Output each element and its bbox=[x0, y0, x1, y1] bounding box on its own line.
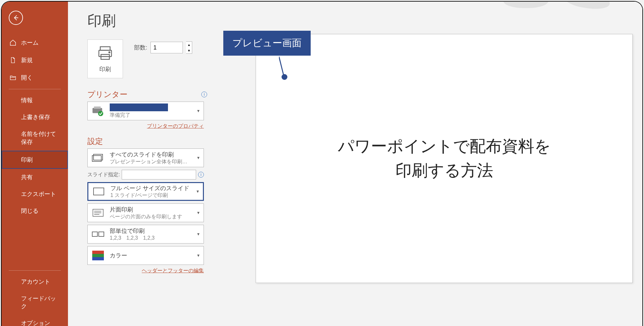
slides-stack-icon bbox=[91, 152, 105, 164]
layout-dropdown[interactable]: フル ページ サイズのスライド 1 スライド/ページで印刷 ▼ bbox=[87, 182, 204, 201]
sidebar-item-export[interactable]: エクスポート bbox=[2, 186, 68, 202]
file-icon bbox=[9, 56, 17, 64]
collate-dropdown[interactable]: 部単位で印刷 1,2,3 1,2,3 1,2,3 ▼ bbox=[87, 225, 204, 244]
sidebar-item-account[interactable]: アカウント bbox=[2, 273, 68, 290]
collate-title: 部単位で印刷 bbox=[110, 227, 192, 235]
full-page-icon bbox=[92, 185, 106, 198]
printer-section-title: プリンター bbox=[87, 89, 128, 100]
slide-spec-label: スライド指定: bbox=[87, 171, 120, 178]
home-icon bbox=[9, 38, 17, 47]
info-icon[interactable]: i bbox=[198, 172, 204, 178]
svg-rect-15 bbox=[99, 232, 104, 236]
chevron-down-icon: ▼ bbox=[196, 232, 200, 236]
printer-icon bbox=[97, 45, 114, 61]
print-range-dropdown[interactable]: すべてのスライドを印刷 プレゼンテーション全体を印刷… ▼ bbox=[87, 148, 204, 167]
callout-label: プレビュー画面 bbox=[223, 31, 311, 56]
print-range-title: すべてのスライドを印刷 bbox=[110, 151, 192, 158]
sidebar-item-options[interactable]: オプション bbox=[2, 315, 68, 326]
svg-line-16 bbox=[279, 57, 284, 76]
sidebar-item-share[interactable]: 共有 bbox=[2, 169, 68, 186]
collate-sub: 1,2,3 1,2,3 1,2,3 bbox=[110, 235, 192, 242]
layout-title: フル ページ サイズのスライド bbox=[110, 184, 191, 192]
sidebar-item-label: ホーム bbox=[21, 39, 39, 47]
svg-point-6 bbox=[98, 111, 103, 116]
sidebar-item-label: フィードバック bbox=[21, 295, 61, 310]
sidebar-item-label: 共有 bbox=[21, 173, 33, 181]
oneside-sub: ページの片面のみを印刷します bbox=[110, 213, 192, 220]
callout-dot-icon bbox=[282, 74, 287, 80]
back-button[interactable] bbox=[9, 11, 23, 25]
print-button[interactable]: 印刷 bbox=[87, 39, 123, 78]
sidebar-item-info[interactable]: 情報 bbox=[2, 92, 68, 109]
sidebar-item-save[interactable]: 上書き保存 bbox=[2, 109, 68, 125]
copies-input[interactable] bbox=[150, 42, 183, 53]
sidebar-item-home[interactable]: ホーム bbox=[2, 34, 68, 51]
copies-spinner[interactable]: ▲ ▼ bbox=[186, 41, 192, 54]
divider bbox=[9, 89, 61, 89]
sidebar-item-label: オプション bbox=[21, 319, 50, 326]
chevron-down-icon: ▼ bbox=[196, 211, 200, 215]
print-range-sub: プレゼンテーション全体を印刷… bbox=[110, 158, 192, 165]
printer-name-redacted bbox=[110, 103, 168, 111]
printer-status-icon bbox=[91, 105, 105, 117]
page-title: 印刷 bbox=[87, 11, 207, 30]
oneside-dropdown[interactable]: 片面印刷 ページの片面のみを印刷します ▼ bbox=[87, 203, 204, 222]
sidebar-item-label: 上書き保存 bbox=[21, 113, 50, 121]
slide-spec-input[interactable] bbox=[122, 170, 196, 179]
backstage-sidebar: ホーム 新規 開く 情報 上書き保存 名前を付 bbox=[2, 2, 68, 326]
one-side-icon bbox=[91, 207, 105, 219]
svg-rect-14 bbox=[92, 232, 97, 236]
chevron-down-icon: ▼ bbox=[196, 156, 200, 160]
svg-point-3 bbox=[109, 52, 110, 53]
copies-label: 部数: bbox=[134, 44, 147, 51]
divider bbox=[9, 270, 61, 271]
slide-title-text: パワーポイントで配布資料を 印刷する方法 bbox=[338, 134, 551, 183]
svg-rect-5 bbox=[94, 106, 101, 109]
sidebar-item-label: 開く bbox=[21, 74, 33, 82]
sidebar-item-label: 印刷 bbox=[21, 156, 33, 164]
sidebar-item-label: エクスポート bbox=[21, 190, 56, 198]
sidebar-item-new[interactable]: 新規 bbox=[2, 51, 68, 69]
sidebar-item-open[interactable]: 開く bbox=[2, 69, 68, 86]
info-icon[interactable]: i bbox=[201, 92, 207, 97]
sidebar-item-close[interactable]: 閉じる bbox=[2, 202, 68, 219]
header-footer-link[interactable]: ヘッダーとフッターの編集 bbox=[142, 268, 204, 273]
sidebar-item-label: 名前を付けて保存 bbox=[21, 130, 61, 146]
color-dropdown[interactable]: カラー ▼ bbox=[87, 246, 204, 265]
sidebar-item-saveas[interactable]: 名前を付けて保存 bbox=[2, 125, 68, 151]
slide-preview: パワーポイントで配布資料を 印刷する方法 bbox=[256, 34, 633, 283]
print-settings-panel: 印刷 印刷 部数: bbox=[68, 2, 217, 326]
sidebar-item-label: 情報 bbox=[21, 96, 33, 104]
svg-rect-0 bbox=[100, 47, 110, 50]
printer-status: 準備完了 bbox=[110, 112, 192, 119]
settings-section-title: 設定 bbox=[87, 136, 103, 147]
oneside-title: 片面印刷 bbox=[110, 206, 192, 213]
sidebar-item-label: 閉じる bbox=[21, 207, 39, 215]
print-button-label: 印刷 bbox=[99, 65, 111, 73]
printer-dropdown[interactable]: 準備完了 ▼ bbox=[87, 102, 204, 120]
chevron-down-icon: ▼ bbox=[196, 189, 200, 194]
printer-properties-link[interactable]: プリンターのプロパティ bbox=[147, 123, 204, 129]
folder-open-icon bbox=[9, 73, 17, 82]
print-preview-area: プレビュー画面 パワーポイントで配布資料を 印刷する方法 bbox=[217, 2, 642, 326]
chevron-down-icon: ▼ bbox=[196, 109, 200, 113]
sidebar-item-feedback[interactable]: フィードバック bbox=[2, 290, 68, 315]
sidebar-item-print[interactable]: 印刷 bbox=[2, 151, 68, 169]
spinner-up-icon[interactable]: ▲ bbox=[186, 42, 192, 48]
spinner-down-icon[interactable]: ▼ bbox=[186, 48, 192, 53]
sidebar-item-label: 新規 bbox=[21, 56, 33, 64]
color-title: カラー bbox=[110, 252, 192, 259]
collate-icon bbox=[91, 228, 105, 240]
color-swatch-icon bbox=[91, 249, 105, 262]
svg-rect-9 bbox=[94, 188, 104, 195]
sidebar-item-label: アカウント bbox=[21, 278, 50, 286]
chevron-down-icon: ▼ bbox=[196, 253, 200, 258]
layout-sub: 1 スライド/ページで印刷 bbox=[110, 192, 191, 199]
